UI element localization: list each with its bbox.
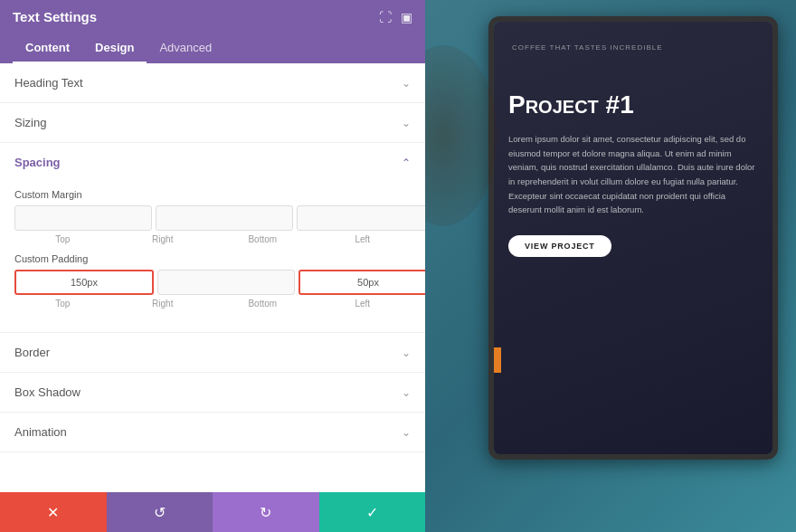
margin-right-label: Right (115, 234, 212, 244)
margin-right-input[interactable] (156, 205, 293, 231)
undo-button[interactable]: ↺ (107, 492, 213, 532)
padding-top-label: Top (14, 299, 111, 309)
confirm-icon: ✓ (366, 504, 378, 521)
project-title: Project #1 (508, 90, 758, 119)
settings-icon[interactable]: ▣ (401, 10, 412, 24)
panel-header-icons: ⛶ ▣ (379, 10, 412, 24)
tablet-inner: COFFEE THAT TASTES INCREDIBLE Project #1… (494, 22, 772, 454)
padding-right-input[interactable] (157, 270, 295, 295)
redo-icon: ↻ (260, 504, 271, 521)
chevron-up-icon: ⌃ (402, 157, 411, 169)
panel-title: Text Settings (13, 9, 97, 24)
coffee-label: COFFEE THAT TASTES INCREDIBLE (512, 43, 663, 52)
padding-top-input[interactable] (14, 270, 154, 295)
panel-body: Heading Text ⌄ Sizing ⌄ Spacing ⌃ Custom… (0, 63, 425, 492)
tablet-frame: COFFEE THAT TASTES INCREDIBLE Project #1… (488, 16, 778, 460)
section-animation-label: Animation (14, 425, 67, 439)
section-spacing-label: Spacing (14, 156, 61, 169)
section-animation-header[interactable]: Animation ⌄ (0, 413, 425, 451)
spacing-content: Custom Margin 📱 Top Right Bottom Left Cu… (0, 182, 425, 332)
padding-inputs: ↺ 📱 (14, 270, 411, 295)
preview-body-text: Lorem ipsum dolor sit amet, consectetur … (508, 132, 758, 217)
padding-labels: Top Right Bottom Left (14, 299, 411, 309)
chevron-down-icon: ⌄ (402, 117, 411, 129)
section-heading-header[interactable]: Heading Text ⌄ (0, 63, 425, 102)
tab-advanced[interactable]: Advanced (147, 33, 224, 63)
section-sizing-label: Sizing (14, 116, 46, 129)
tab-content[interactable]: Content (13, 33, 82, 63)
preview-area: COFFEE THAT TASTES INCREDIBLE Project #1… (425, 0, 796, 532)
section-border: Border ⌄ (0, 333, 425, 373)
padding-left-label: Left (315, 299, 412, 309)
section-heading: Heading Text ⌄ (0, 63, 425, 103)
margin-top-input[interactable] (14, 205, 152, 231)
cancel-icon: ✕ (47, 504, 59, 521)
chevron-down-icon: ⌄ (402, 347, 411, 359)
panel-tabs: Content Design Advanced (0, 33, 425, 63)
section-border-label: Border (14, 346, 50, 359)
chevron-down-icon: ⌄ (402, 386, 411, 399)
margin-bottom-input[interactable] (297, 205, 425, 231)
padding-bottom-label: Bottom (214, 299, 311, 309)
section-spacing: Spacing ⌃ Custom Margin 📱 Top Right Bott… (0, 143, 425, 333)
section-box-shadow-label: Box Shadow (14, 385, 81, 399)
margin-labels: Top Right Bottom Left (14, 234, 411, 244)
custom-padding-label: Custom Padding (14, 253, 411, 264)
tab-design[interactable]: Design (82, 33, 147, 63)
margin-inputs: 📱 (14, 205, 411, 231)
panel-header: Text Settings ⛶ ▣ (0, 0, 425, 33)
margin-left-label: Left (315, 234, 412, 244)
margin-bottom-label: Bottom (214, 234, 311, 244)
section-box-shadow: Box Shadow ⌄ (0, 373, 425, 413)
text-settings-panel: Text Settings ⛶ ▣ Content Design Advance… (0, 0, 425, 532)
chevron-down-icon: ⌄ (402, 77, 411, 90)
redo-button[interactable]: ↻ (213, 492, 319, 532)
section-box-shadow-header[interactable]: Box Shadow ⌄ (0, 373, 425, 412)
custom-margin-label: Custom Margin (14, 189, 411, 200)
undo-icon: ↺ (154, 504, 166, 521)
orange-accent-bar (494, 347, 501, 373)
padding-bottom-input[interactable] (298, 270, 425, 295)
view-project-button[interactable]: VIEW PROJECT (508, 235, 611, 257)
section-border-header[interactable]: Border ⌄ (0, 333, 425, 372)
chevron-down-icon: ⌄ (402, 426, 411, 439)
section-animation: Animation ⌄ (0, 413, 425, 452)
coffee-decoration (425, 45, 498, 226)
confirm-button[interactable]: ✓ (319, 492, 426, 532)
cancel-button[interactable]: ✕ (0, 492, 107, 532)
padding-right-label: Right (115, 299, 212, 309)
margin-top-label: Top (14, 234, 111, 244)
panel-footer: ✕ ↺ ↻ ✓ (0, 492, 425, 532)
section-sizing-header[interactable]: Sizing ⌄ (0, 103, 425, 142)
expand-icon[interactable]: ⛶ (379, 10, 392, 24)
section-spacing-header[interactable]: Spacing ⌃ (0, 143, 425, 182)
section-sizing: Sizing ⌄ (0, 103, 425, 143)
section-heading-label: Heading Text (14, 76, 83, 90)
